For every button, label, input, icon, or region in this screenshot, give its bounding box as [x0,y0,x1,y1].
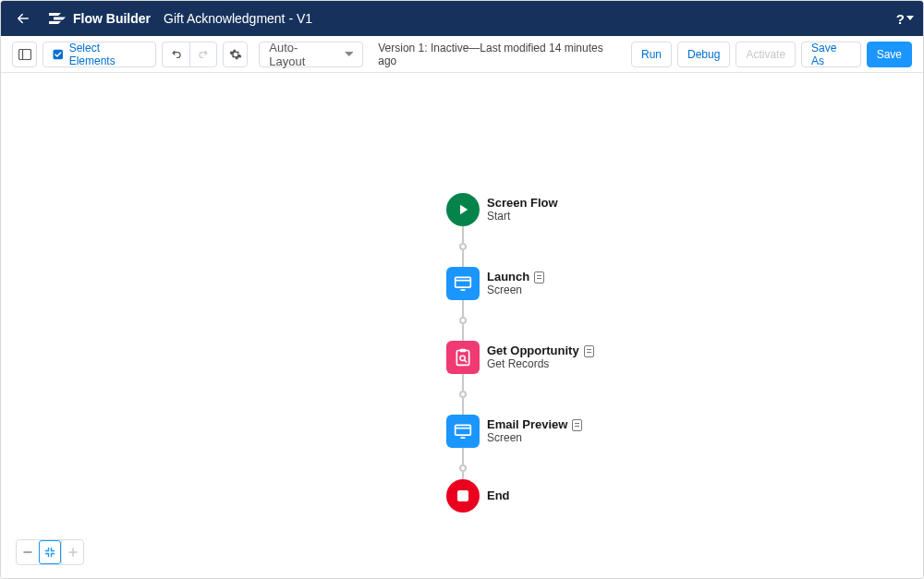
flow-canvas[interactable]: Screen Flow Start Launch Screen [1,73,923,578]
svg-rect-3 [456,277,471,287]
node-launch[interactable]: Launch Screen [446,267,687,300]
node-email-preview[interactable]: Email Preview Screen [446,415,687,448]
arrow-left-icon [15,10,31,27]
screen-icon [454,275,472,292]
node-title: End [487,489,510,503]
settings-button[interactable] [223,42,248,67]
back-button[interactable] [10,6,36,31]
save-label: Save [877,48,902,61]
svg-rect-0 [18,49,30,59]
add-element-dot[interactable] [459,243,467,250]
save-as-label: Save As [811,42,851,67]
description-icon [534,271,544,283]
screen-icon [454,423,472,440]
activate-button[interactable]: Activate [736,42,796,67]
debug-button[interactable]: Debug [677,42,730,67]
zoom-in-button[interactable] [61,540,83,564]
builder-name: Flow Builder [73,11,151,26]
undo-icon [170,48,183,61]
panel-icon [18,49,31,60]
gear-icon [229,48,242,61]
screen-node-icon [446,415,480,448]
chevron-down-icon [906,16,914,21]
node-start[interactable]: Screen Flow Start [446,193,687,226]
add-element-dot[interactable] [459,317,467,324]
node-sub: Get Records [487,358,594,371]
svg-rect-7 [460,349,467,352]
collapse-icon [44,547,55,558]
checkbox-icon [53,49,64,60]
redo-button[interactable] [189,42,216,66]
screen-node-icon [446,267,480,300]
builder-brand: Flow Builder [49,10,151,27]
node-get-opportunity[interactable]: Get Opportunity Get Records [446,341,687,374]
save-button[interactable]: Save [867,42,912,67]
flow-builder-icon [49,10,66,27]
layout-mode-label: Auto-Layout [269,41,331,68]
clipboard-search-icon [454,348,472,367]
get-records-node-icon [446,341,480,374]
node-title: Screen Flow [487,197,558,211]
status-text: Version 1: Inactive—Last modified 14 min… [378,42,616,67]
zoom-fit-button[interactable] [39,540,61,564]
activate-label: Activate [746,48,785,61]
debug-label: Debug [687,48,720,61]
node-sub: Start [487,211,558,223]
add-element-dot[interactable] [459,464,467,472]
node-title: Launch [487,271,529,284]
toggle-panel-button[interactable] [12,42,37,67]
node-sub: Screen [487,284,544,297]
zoom-out-button[interactable] [17,540,39,564]
add-element-dot[interactable] [459,391,467,398]
save-as-button[interactable]: Save As [801,42,861,67]
help-icon: ? [896,11,905,27]
redo-icon [197,48,210,61]
flow-title: Gift Acknowledgment - V1 [164,11,312,26]
start-node-icon [446,193,480,226]
minus-icon [22,547,33,558]
end-node-icon [446,479,480,513]
app-header: Flow Builder Gift Acknowledgment - V1 ? [1,1,923,36]
undo-redo-group [162,42,217,67]
plus-icon [67,547,79,558]
play-icon [455,201,471,218]
description-icon [572,419,582,431]
zoom-controls [16,539,84,565]
node-title: Get Opportunity [487,344,579,358]
layout-mode-select[interactable]: Auto-Layout [259,42,363,67]
description-icon [584,345,594,357]
node-title: Email Preview [487,418,567,432]
chevron-down-icon [345,52,354,57]
svg-line-9 [465,360,467,362]
run-button[interactable]: Run [631,42,672,67]
svg-rect-6 [456,351,468,366]
svg-rect-13 [457,490,468,501]
svg-rect-10 [456,425,471,435]
flow-diagram: Screen Flow Start Launch Screen [446,193,687,513]
select-elements-label: Select Elements [69,42,147,67]
node-sub: Screen [487,432,582,445]
stop-icon [456,489,469,502]
help-menu[interactable]: ? [896,11,914,27]
toolbar: Select Elements Auto-Layout Version 1: I… [1,36,923,73]
node-end[interactable]: End [446,479,687,513]
run-label: Run [641,48,662,61]
undo-button[interactable] [163,42,189,66]
select-elements-button[interactable]: Select Elements [43,42,156,67]
